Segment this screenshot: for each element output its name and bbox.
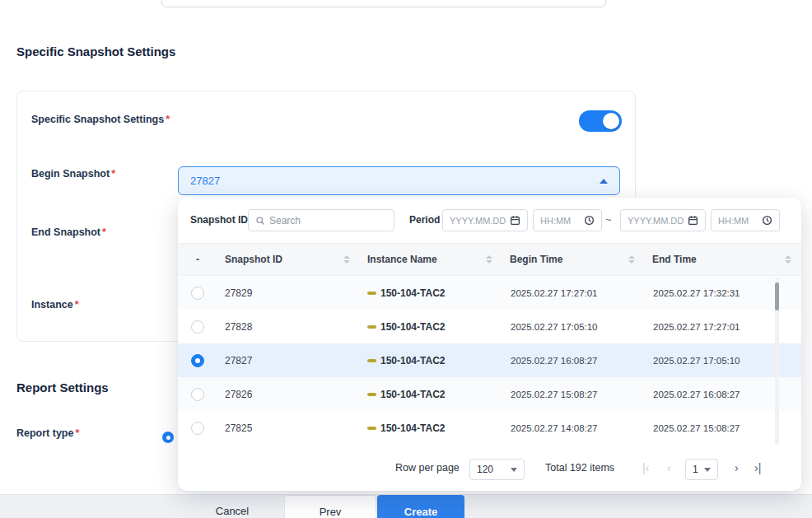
cell-begin-time: 2025.02.27 17:05:10 xyxy=(502,322,645,332)
cell-instance-name: 150-104-TAC2 xyxy=(360,321,502,333)
calendar-icon xyxy=(688,215,698,226)
table-row[interactable]: 27826 150-104-TAC2 2025.02.27 15:08:27 2… xyxy=(178,377,801,411)
period-end-date-input[interactable]: YYYY.MM.DD xyxy=(620,209,706,231)
end-date-placeholder: YYYY.MM.DD xyxy=(628,216,684,226)
range-separator: ~ xyxy=(605,213,612,226)
chevron-up-icon xyxy=(600,179,608,184)
period-start-date-input[interactable]: YYYY.MM.DD xyxy=(442,209,528,231)
cell-instance-name: 150-104-TAC2 xyxy=(360,422,502,434)
row-per-page-label: Row per page xyxy=(395,462,460,474)
cell-instance-name: 150-104-TAC2 xyxy=(360,355,502,366)
col-header-instance-name[interactable]: Instance Name xyxy=(360,254,502,265)
row-per-page-select[interactable]: 120 xyxy=(469,459,525,480)
snapshot-search-box[interactable] xyxy=(248,209,394,231)
cell-instance-name: 150-104-TAC2 xyxy=(360,389,502,400)
sort-icon[interactable] xyxy=(486,255,492,264)
cell-begin-time: 2025.02.27 15:08:27 xyxy=(502,390,645,399)
required-marker: * xyxy=(102,226,106,238)
specific-snapshot-toggle[interactable] xyxy=(579,110,622,132)
chevron-down-icon xyxy=(704,468,711,472)
instance-status-icon xyxy=(367,325,376,329)
cell-snapshot-id: 27829 xyxy=(217,287,360,299)
cancel-button[interactable]: Cancel xyxy=(198,494,267,518)
chevron-down-icon xyxy=(511,468,517,472)
required-marker: * xyxy=(75,299,79,310)
required-marker: * xyxy=(111,168,115,180)
create-button[interactable]: Create xyxy=(377,495,464,518)
toggle-knob xyxy=(603,113,619,129)
required-marker: * xyxy=(75,427,79,439)
report-type-label: Report type* xyxy=(16,427,79,439)
start-time-placeholder: HH:MM xyxy=(540,216,571,226)
row-radio[interactable] xyxy=(191,422,204,435)
period-filter-label: Period xyxy=(409,214,440,226)
period-start-time-input[interactable]: HH:MM xyxy=(533,209,602,231)
table-scrollbar-thumb[interactable] xyxy=(775,282,779,310)
toggle-field-label: Specific Snapshot Settings* xyxy=(31,114,170,125)
cell-snapshot-id: 27825 xyxy=(217,422,360,434)
col-header-snapshot-id[interactable]: Snapshot ID xyxy=(217,254,360,265)
instance-status-icon xyxy=(367,292,376,295)
table-row[interactable]: 27828 150-104-TAC2 2025.02.27 17:05:10 2… xyxy=(178,310,801,343)
end-snapshot-label: End Snapshot* xyxy=(31,226,106,238)
cell-snapshot-id: 27826 xyxy=(217,389,360,400)
clock-icon xyxy=(762,215,772,226)
cell-snapshot-id: 27827 xyxy=(217,355,360,366)
pagination-first-icon[interactable]: |‹ xyxy=(642,460,649,476)
pagination-next-icon[interactable]: › xyxy=(735,460,739,476)
section-title-snapshot: Specific Snapshot Settings xyxy=(16,44,175,58)
instance-status-icon xyxy=(367,393,376,396)
row-radio[interactable] xyxy=(191,320,204,334)
top-partial-input[interactable] xyxy=(161,0,606,7)
period-end-time-input[interactable]: HH:MM xyxy=(711,209,780,231)
cell-instance-name: 150-104-TAC2 xyxy=(360,287,502,299)
required-marker: * xyxy=(166,114,170,125)
sort-icon[interactable] xyxy=(343,255,350,264)
row-radio[interactable] xyxy=(191,388,204,401)
prev-button[interactable]: Prev xyxy=(284,495,376,518)
begin-snapshot-select[interactable]: 27827 xyxy=(178,166,620,195)
table-row[interactable]: 27829 150-104-TAC2 2025.02.27 17:27:01 2… xyxy=(178,276,801,310)
col-header-radio: - xyxy=(178,254,217,265)
col-header-begin-time[interactable]: Begin Time xyxy=(502,254,645,265)
calendar-icon xyxy=(510,215,520,226)
col-header-end-time[interactable]: End Time xyxy=(645,254,801,265)
report-type-radio[interactable] xyxy=(162,432,174,443)
table-body: 27829 150-104-TAC2 2025.02.27 17:27:01 2… xyxy=(178,276,801,445)
row-radio-checked[interactable] xyxy=(191,354,204,367)
snapshot-id-filter-label: Snapshot ID xyxy=(190,214,248,226)
section-title-report: Report Settings xyxy=(16,380,109,394)
table-row[interactable]: 27825 150-104-TAC2 2025.02.27 14:08:27 2… xyxy=(178,411,801,445)
begin-snapshot-value: 27827 xyxy=(190,175,220,187)
cell-begin-time: 2025.02.27 17:27:01 xyxy=(502,288,645,298)
pagination-prev-icon[interactable]: ‹ xyxy=(667,460,671,476)
search-icon xyxy=(255,216,265,226)
end-time-placeholder: HH:MM xyxy=(718,216,749,226)
total-items-label: Total 192 items xyxy=(545,462,614,474)
instance-status-icon xyxy=(367,359,376,362)
start-date-placeholder: YYYY.MM.DD xyxy=(450,216,506,226)
clock-icon xyxy=(584,215,595,226)
snapshot-picker-popup: Snapshot ID Period YYYY.MM.DD HH:MM ~ YY… xyxy=(178,198,801,491)
search-input[interactable] xyxy=(269,215,387,226)
cell-snapshot-id: 27828 xyxy=(217,321,360,333)
row-radio[interactable] xyxy=(191,287,204,300)
page-number-select[interactable]: 1 xyxy=(685,459,718,480)
cell-begin-time: 2025.02.27 14:08:27 xyxy=(502,423,645,433)
pagination-last-icon[interactable]: ›| xyxy=(754,460,761,476)
sort-icon[interactable] xyxy=(628,255,635,264)
sort-icon[interactable] xyxy=(785,255,791,264)
cell-begin-time: 2025.02.27 16:08:27 xyxy=(502,356,645,366)
instance-status-icon xyxy=(367,427,376,430)
begin-snapshot-label: Begin Snapshot* xyxy=(31,168,115,180)
table-header: - Snapshot ID Instance Name Begin Time E… xyxy=(178,243,801,276)
instance-label: Instance* xyxy=(31,299,79,310)
table-row-selected[interactable]: 27827 150-104-TAC2 2025.02.27 16:08:27 2… xyxy=(178,343,801,377)
